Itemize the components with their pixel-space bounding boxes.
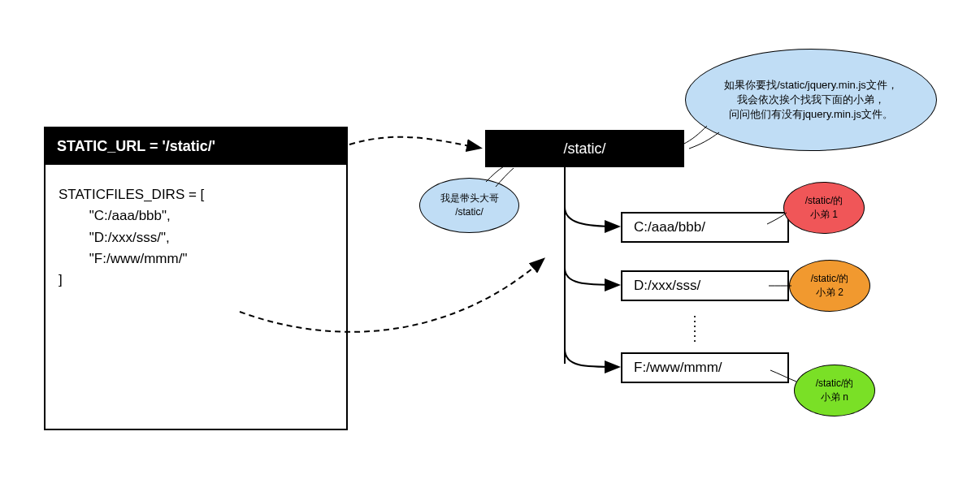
big-blue-callout-text: 如果你要找/static/jquery.min.js文件， 我会依次挨个找我下面… (724, 78, 898, 123)
red-callout: /static/的 小弟 1 (783, 182, 865, 234)
staticfiles-dirs-body: STATICFILES_DIRS = [ "C:/aaa/bbb", "D:/x… (46, 165, 346, 304)
big-blue-callout: 如果你要找/static/jquery.min.js文件， 我会依次挨个找我下面… (685, 49, 937, 151)
green-callout: /static/的 小弟 n (794, 365, 875, 416)
static-url-header: STATIC_URL = '/static/' (46, 128, 346, 165)
orange-callout: /static/的 小弟 2 (789, 260, 870, 312)
dir-box-1: C:/aaa/bbb/ (621, 212, 789, 243)
small-blue-callout-text: 我是带头大哥 /static/ (440, 192, 499, 219)
dir-box-2-label: D:/xxx/sss/ (634, 278, 700, 294)
dir-box-2: D:/xxx/sss/ (621, 270, 789, 301)
dir-box-1-label: C:/aaa/bbb/ (634, 219, 705, 235)
green-callout-text: /static/的 小弟 n (816, 377, 854, 404)
diagram-stage: STATIC_URL = '/static/' STATICFILES_DIRS… (0, 0, 980, 479)
settings-code-box: STATIC_URL = '/static/' STATICFILES_DIRS… (44, 127, 348, 430)
dir-box-3-label: F:/www/mmm/ (634, 360, 722, 376)
orange-callout-text: /static/的 小弟 2 (811, 272, 849, 300)
static-node: /static/ (485, 130, 684, 167)
dir-box-3: F:/www/mmm/ (621, 352, 789, 383)
vertical-ellipsis: ...... (691, 310, 699, 339)
red-callout-text: /static/的 小弟 1 (805, 194, 843, 222)
static-node-label: /static/ (563, 140, 605, 158)
small-blue-callout: 我是带头大哥 /static/ (419, 178, 519, 233)
